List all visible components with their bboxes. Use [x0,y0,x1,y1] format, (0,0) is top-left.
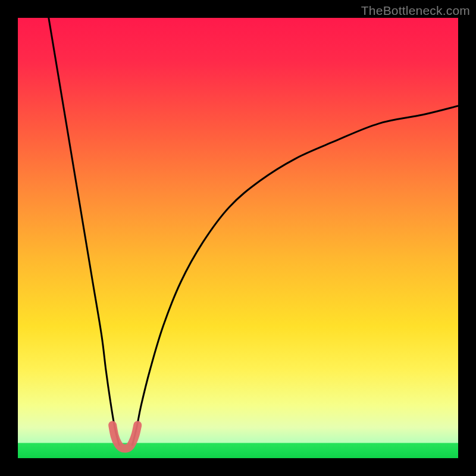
series-right-branch [132,106,458,445]
curve-layer [18,18,458,458]
plot-area [18,18,458,458]
series-left-branch [49,18,119,445]
watermark-text: TheBottleneck.com [361,4,470,18]
chart-frame: TheBottleneck.com [0,0,476,476]
series-trough-highlight [112,425,137,449]
